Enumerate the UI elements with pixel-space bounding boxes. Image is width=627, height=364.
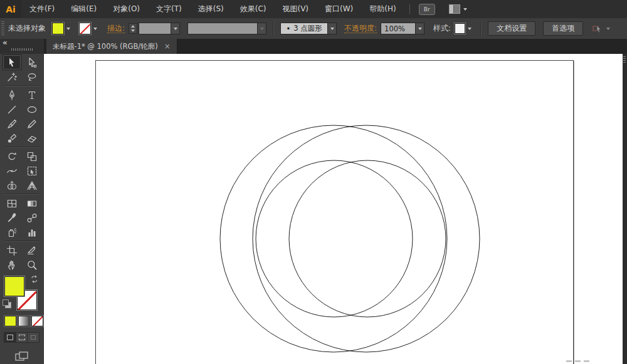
panel-grip[interactable] [1,21,4,36]
selection-icon [6,57,18,68]
fill-dropdown-chevron-icon[interactable] [66,28,70,30]
draw-behind-button[interactable] [16,333,28,342]
scale-tool[interactable] [23,149,41,164]
style-dropdown-chevron-icon[interactable] [468,28,472,30]
toolbar-dock-header: « [0,39,44,54]
hand-tool[interactable] [3,257,21,272]
line-segment-icon [6,104,18,115]
type-tool[interactable] [23,88,41,102]
blob-brush-tool[interactable] [3,131,21,145]
menu-item-8[interactable]: 帮助(H) [361,0,404,18]
shape-builder-tool[interactable] [3,178,21,192]
bridge-icon[interactable]: Br [419,4,435,15]
draw-inside-button[interactable] [27,333,39,342]
scale-icon [26,151,38,162]
stroke-panel-link[interactable]: 描边: [107,24,125,33]
eraser-tool[interactable] [23,131,41,145]
lasso-icon [26,71,38,83]
gradient-tool[interactable] [23,196,41,211]
menu-item-6[interactable]: 视图(V) [274,0,317,18]
eraser-icon [26,133,38,144]
perspective-grid-tool[interactable] [23,178,41,192]
gradient-button[interactable] [18,316,30,326]
selection-tool[interactable] [3,55,21,70]
menu-item-4[interactable]: 选择(S) [190,0,232,18]
menu-separator [409,4,410,14]
artboard-icon [6,245,18,256]
menu-item-2[interactable]: 对象(O) [105,0,148,18]
rotate-tool[interactable] [3,149,21,164]
collapse-panel-icon[interactable]: « [3,39,8,46]
default-fill-stroke-icon[interactable] [3,299,11,308]
artboard[interactable] [95,60,574,364]
menu-items: 文件(F)编辑(E)对象(O)文字(T)选择(S)效果(C)视图(V)窗口(W)… [21,0,404,18]
toolbar-drag-grip[interactable] [11,48,33,51]
blend-tool[interactable] [23,211,41,225]
menu-item-3[interactable]: 文字(T) [148,0,190,18]
column-graph-icon [26,227,38,238]
column-graph-tool[interactable] [23,225,41,239]
color-button[interactable] [4,316,16,326]
stroke-weight-stepper[interactable] [129,23,137,34]
close-icon[interactable]: × [164,43,171,50]
document-setup-button[interactable]: 文档设置 [488,21,535,36]
fill-stroke-indicator [0,274,43,312]
screen-mode-button[interactable] [14,351,30,361]
opacity-input[interactable]: 100% [381,23,416,34]
stroke-dropdown-chevron-icon[interactable] [93,28,97,30]
select-similar-button[interactable] [592,24,610,34]
paintbrush-tool[interactable] [3,117,21,131]
circle-path [256,160,413,317]
app-logo: Ai [0,0,21,18]
type-icon [26,90,38,101]
document-canvas[interactable] [44,54,627,364]
fill-color-swatch[interactable] [52,23,64,34]
menu-item-5[interactable]: 效果(C) [232,0,275,18]
menu-item-7[interactable]: 窗口(W) [317,0,361,18]
stroke-weight-dropdown[interactable] [171,23,180,34]
opacity-dropdown[interactable] [416,23,424,34]
lasso-tool[interactable] [23,70,41,84]
width-tool[interactable] [3,164,21,178]
eyedropper-icon [6,212,18,224]
magic-wand-tool[interactable] [3,70,21,84]
zoom-tool[interactable] [23,257,41,272]
variable-width-profile-input[interactable] [187,23,258,34]
pencil-tool[interactable] [23,117,41,131]
slice-tool[interactable] [23,243,41,257]
perspective-grid-icon [26,180,38,191]
artboard-tool[interactable] [3,243,21,257]
hand-icon [6,259,18,271]
drawing-mode-buttons [4,332,40,343]
style-swatch[interactable] [455,23,465,34]
preferences-button[interactable]: 首选项 [543,21,583,36]
chevron-down-icon [606,28,610,30]
document-tab[interactable]: 未标题-1* @ 100% (RGB/轮廓) × [46,39,177,54]
ellipse-tool[interactable] [23,102,41,117]
free-transform-tool[interactable] [23,164,41,178]
opacity-panel-link[interactable]: 不透明度: [344,24,377,33]
symbol-sprayer-tool[interactable] [3,225,21,239]
document-tab-bar: « 未标题-1* @ 100% (RGB/轮廓) × [0,39,627,54]
brush-definition-dropdown[interactable] [328,23,337,34]
rotate-icon [6,151,18,162]
page-tiling-marks [566,360,589,362]
draw-normal-button[interactable] [4,333,16,342]
pen-tool[interactable] [3,88,21,102]
stroke-weight-input[interactable] [139,23,171,34]
menu-item-0[interactable]: 文件(F) [21,0,63,18]
variable-width-profile-dropdown[interactable] [258,23,266,34]
mesh-tool[interactable] [3,196,21,211]
fill-color-indicator[interactable] [4,276,24,296]
none-button[interactable] [31,316,43,326]
line-segment-tool[interactable] [3,102,21,117]
brush-definition-input[interactable]: • 3 点圆形 [280,23,328,34]
workspace-switcher-button[interactable] [449,4,467,14]
swap-fill-stroke-icon[interactable] [30,275,39,283]
tools-grid [0,54,43,272]
brush-preview-dot: • [286,24,290,33]
menu-item-1[interactable]: 编辑(E) [63,0,105,18]
stroke-color-swatch[interactable] [79,23,91,34]
direct-selection-tool[interactable] [23,55,41,70]
eyedropper-tool[interactable] [3,211,21,225]
